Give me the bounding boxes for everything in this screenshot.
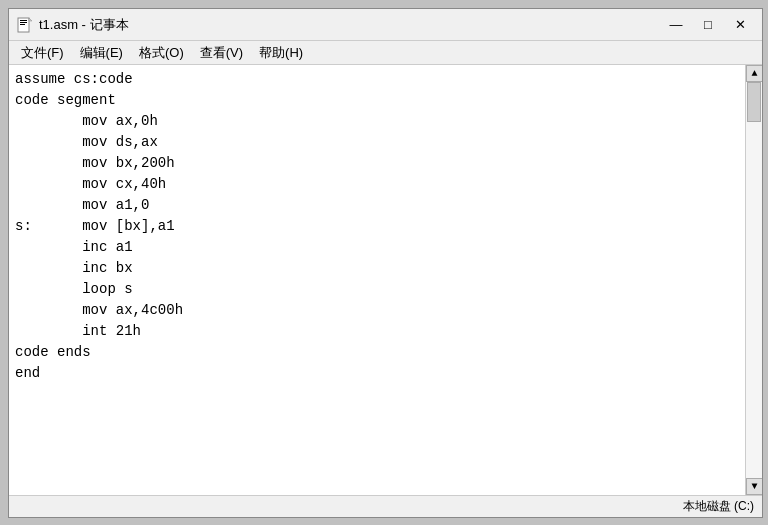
title-bar: t1.asm - 记事本 — □ ✕ xyxy=(9,9,762,41)
text-editor[interactable]: assume cs:code code segment mov ax,0h mo… xyxy=(9,65,745,495)
window-controls: — □ ✕ xyxy=(662,14,754,36)
menu-edit[interactable]: 编辑(E) xyxy=(72,42,131,64)
menu-file[interactable]: 文件(F) xyxy=(13,42,72,64)
scroll-track[interactable] xyxy=(746,82,762,478)
menu-view[interactable]: 查看(V) xyxy=(192,42,251,64)
scroll-down-button[interactable]: ▼ xyxy=(746,478,762,495)
vertical-scrollbar: ▲ ▼ xyxy=(745,65,762,495)
menu-help[interactable]: 帮助(H) xyxy=(251,42,311,64)
svg-rect-3 xyxy=(20,24,25,25)
close-button[interactable]: ✕ xyxy=(726,14,754,36)
svg-rect-1 xyxy=(20,20,27,21)
window-title: t1.asm - 记事本 xyxy=(39,16,662,34)
status-bar: 本地磁盘 (C:) xyxy=(9,495,762,517)
editor-area: assume cs:code code segment mov ax,0h mo… xyxy=(9,65,762,495)
app-icon xyxy=(17,17,33,33)
svg-marker-4 xyxy=(29,18,32,21)
minimize-button[interactable]: — xyxy=(662,14,690,36)
scroll-up-button[interactable]: ▲ xyxy=(746,65,762,82)
maximize-button[interactable]: □ xyxy=(694,14,722,36)
notepad-window: t1.asm - 记事本 — □ ✕ 文件(F) 编辑(E) 格式(O) 查看(… xyxy=(8,8,763,518)
menu-format[interactable]: 格式(O) xyxy=(131,42,192,64)
status-text: 本地磁盘 (C:) xyxy=(683,498,754,515)
scroll-thumb[interactable] xyxy=(747,82,761,122)
menu-bar: 文件(F) 编辑(E) 格式(O) 查看(V) 帮助(H) xyxy=(9,41,762,65)
svg-rect-2 xyxy=(20,22,27,23)
